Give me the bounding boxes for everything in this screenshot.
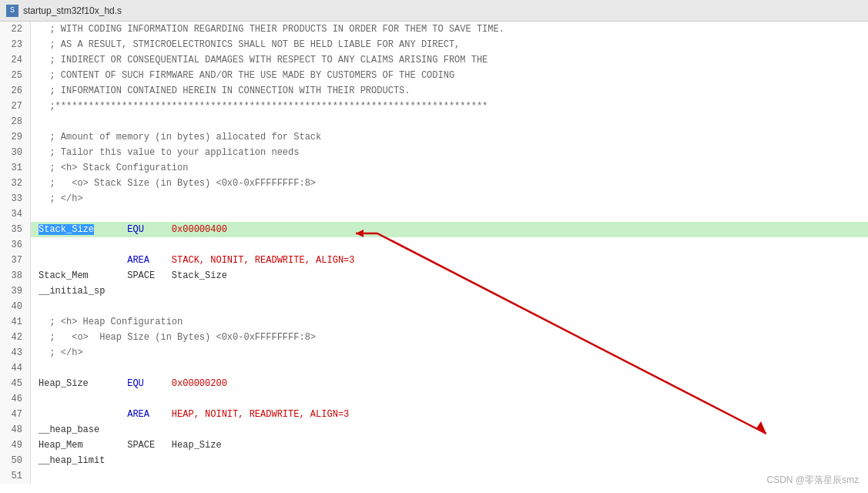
line-content: Heap_Size EQU 0x00000200	[31, 376, 868, 391]
code-row: 22 ; WITH CODING INFORMATION REGARDING T…	[0, 22, 868, 37]
code-row: 25 ; CONTENT OF SUCH FIRMWARE AND/OR THE…	[0, 68, 868, 83]
line-number: 41	[0, 314, 31, 330]
code-row: 40	[0, 299, 868, 314]
line-content: ; Tailor this value to your application …	[31, 145, 868, 160]
code-row: 42 ; <o> Heap Size (in Bytes) <0x0-0xFFF…	[0, 330, 868, 345]
line-number: 43	[0, 345, 31, 361]
code-row: 30 ; Tailor this value to your applicati…	[0, 145, 868, 160]
line-number: 37	[0, 253, 31, 268]
line-content	[31, 468, 868, 484]
line-number: 44	[0, 361, 31, 376]
code-row: 41 ; <h> Heap Configuration	[0, 314, 868, 330]
line-content: Heap_Mem SPACE Heap_Size	[31, 438, 868, 453]
line-content: ; <h> Stack Configuration	[31, 160, 868, 176]
code-row: 50__heap_limit	[0, 453, 868, 468]
line-content	[31, 299, 868, 314]
code-row: 33 ; </h>	[0, 191, 868, 206]
line-number: 28	[0, 114, 31, 129]
line-content: ; Amount of memory (in bytes) allocated …	[31, 129, 868, 145]
main-window: S startup_stm32f10x_hd.s 22 ; WITH CODIN…	[0, 0, 868, 493]
line-content: AREA HEAP, NOINIT, READWRITE, ALIGN=3	[31, 407, 868, 422]
line-number: 38	[0, 268, 31, 283]
line-content: Stack_Mem SPACE Stack_Size	[31, 268, 868, 283]
code-row: 39__initial_sp	[0, 283, 868, 299]
line-number: 40	[0, 299, 31, 314]
line-content: Stack_Size EQU 0x00000400	[31, 222, 868, 237]
line-content: __heap_limit	[31, 453, 868, 468]
code-row: 32 ; <o> Stack Size (in Bytes) <0x0-0xFF…	[0, 176, 868, 191]
line-number: 45	[0, 376, 31, 391]
line-number: 26	[0, 83, 31, 99]
line-number: 33	[0, 191, 31, 206]
line-number: 23	[0, 37, 31, 52]
code-row: 29 ; Amount of memory (in bytes) allocat…	[0, 129, 868, 145]
line-content: ;***************************************…	[31, 99, 868, 114]
line-content: ; <o> Stack Size (in Bytes) <0x0-0xFFFFF…	[31, 176, 868, 191]
line-number: 24	[0, 52, 31, 68]
line-number: 29	[0, 129, 31, 145]
line-number: 39	[0, 283, 31, 299]
line-number: 34	[0, 206, 31, 222]
code-row: 31 ; <h> Stack Configuration	[0, 160, 868, 176]
line-content	[31, 114, 868, 129]
line-content: ; </h>	[31, 345, 868, 361]
line-number: 35	[0, 222, 31, 237]
line-content: ; </h>	[31, 191, 868, 206]
line-content: ; <h> Heap Configuration	[31, 314, 868, 330]
line-number: 42	[0, 330, 31, 345]
code-row: 34	[0, 206, 868, 222]
code-lines: 22 ; WITH CODING INFORMATION REGARDING T…	[0, 22, 868, 484]
line-number: 32	[0, 176, 31, 191]
line-content	[31, 206, 868, 222]
code-row: 35Stack_Size EQU 0x00000400	[0, 222, 868, 237]
code-row: 44	[0, 361, 868, 376]
line-content: ; WITH CODING INFORMATION REGARDING THEI…	[31, 22, 868, 37]
line-number: 27	[0, 99, 31, 114]
code-row: 38Stack_Mem SPACE Stack_Size	[0, 268, 868, 283]
line-number: 46	[0, 391, 31, 407]
line-content: ; CONTENT OF SUCH FIRMWARE AND/OR THE US…	[31, 68, 868, 83]
line-number: 48	[0, 422, 31, 438]
line-number: 31	[0, 160, 31, 176]
file-icon: S	[6, 5, 18, 17]
line-content	[31, 237, 868, 253]
line-content: ; <o> Heap Size (in Bytes) <0x0-0xFFFFFF…	[31, 330, 868, 345]
code-row: 43 ; </h>	[0, 345, 868, 361]
watermark: CSDN @零落星辰smz	[766, 474, 859, 487]
code-row: 47 AREA HEAP, NOINIT, READWRITE, ALIGN=3	[0, 407, 868, 422]
code-editor[interactable]: 22 ; WITH CODING INFORMATION REGARDING T…	[0, 22, 868, 493]
line-content: ; INFORMATION CONTAINED HEREIN IN CONNEC…	[31, 83, 868, 99]
line-content: ; AS A RESULT, STMICROELECTRONICS SHALL …	[31, 37, 868, 52]
line-content: ; INDIRECT OR CONSEQUENTIAL DAMAGES WITH…	[31, 52, 868, 68]
line-number: 51	[0, 468, 31, 484]
line-number: 49	[0, 438, 31, 453]
code-row: 27 ;************************************…	[0, 99, 868, 114]
line-number: 50	[0, 453, 31, 468]
title-bar: S startup_stm32f10x_hd.s	[0, 0, 868, 22]
line-number: 22	[0, 22, 31, 37]
code-row: 37 AREA STACK, NOINIT, READWRITE, ALIGN=…	[0, 253, 868, 268]
code-row: 49Heap_Mem SPACE Heap_Size	[0, 438, 868, 453]
code-row: 51	[0, 468, 868, 484]
line-content	[31, 391, 868, 407]
line-content	[31, 361, 868, 376]
line-number: 47	[0, 407, 31, 422]
tab-title[interactable]: startup_stm32f10x_hd.s	[23, 5, 122, 16]
line-number: 30	[0, 145, 31, 160]
line-content: __initial_sp	[31, 283, 868, 299]
code-row: 26 ; INFORMATION CONTAINED HEREIN IN CON…	[0, 83, 868, 99]
line-number: 36	[0, 237, 31, 253]
code-row: 28	[0, 114, 868, 129]
code-row: 46	[0, 391, 868, 407]
line-content: __heap_base	[31, 422, 868, 438]
code-row: 36	[0, 237, 868, 253]
code-row: 23 ; AS A RESULT, STMICROELECTRONICS SHA…	[0, 37, 868, 52]
code-row: 24 ; INDIRECT OR CONSEQUENTIAL DAMAGES W…	[0, 52, 868, 68]
code-row: 45Heap_Size EQU 0x00000200	[0, 376, 868, 391]
code-row: 48__heap_base	[0, 422, 868, 438]
line-number: 25	[0, 68, 31, 83]
line-content: AREA STACK, NOINIT, READWRITE, ALIGN=3	[31, 253, 868, 268]
